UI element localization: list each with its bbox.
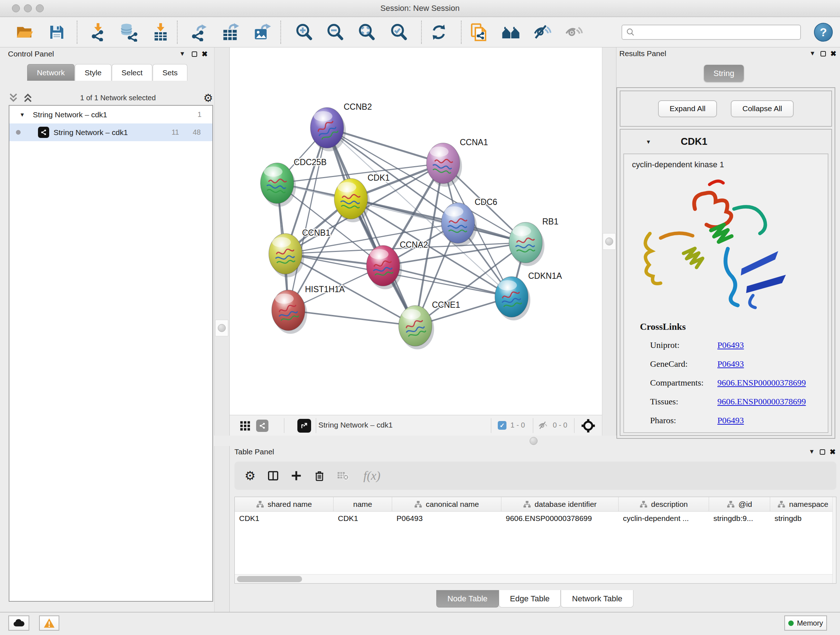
function-builder-icon[interactable]: f(x)	[363, 469, 380, 483]
node-CCNE1[interactable]: CCNE1	[399, 300, 460, 349]
birds-eye-crosshair-icon[interactable]	[581, 418, 596, 435]
export-network-button[interactable]	[188, 22, 208, 42]
zoom-in-button[interactable]	[294, 22, 314, 42]
column-header-description[interactable]: description	[619, 497, 709, 511]
vertical-scrollbar[interactable]	[832, 497, 836, 583]
maximize-panel-icon[interactable]	[820, 449, 825, 455]
network-graph[interactable]: CCNB2CCNA1CDC25BCDK1CDC6RB1CCNB1CCNA2CDK…	[230, 48, 602, 415]
cell-namespace[interactable]: stringdb	[770, 511, 836, 526]
close-panel-icon[interactable]: ✖	[829, 448, 836, 456]
node-CDK1[interactable]: CDK1	[334, 173, 390, 222]
network-options-gear-icon[interactable]: ⚙	[203, 92, 213, 104]
cell-shared-name[interactable]: CDK1	[235, 511, 333, 526]
edge-HIST1H1A-CCNE1[interactable]	[288, 310, 415, 326]
column-header-canonical-name[interactable]: canonical name	[392, 497, 501, 511]
crosslink-link[interactable]: 9606.ENSP00000378699	[717, 397, 806, 407]
crosslink-link[interactable]: 9606.ENSP00000378699	[717, 378, 806, 388]
table-row[interactable]: CDK1CDK1P064939606.ENSP00000378699cyclin…	[235, 511, 836, 526]
network-collection-row[interactable]: ▼ String Network – cdk1 1	[9, 106, 212, 124]
column-header-namespace[interactable]: namespace	[770, 497, 836, 511]
network-row-selected[interactable]: String Network – cdk1 11 48	[9, 124, 212, 141]
import-network-from-database-button[interactable]	[118, 22, 139, 42]
edge-CCNB2-CCNE1[interactable]	[327, 128, 415, 326]
hidden-eye-icon[interactable]	[538, 420, 549, 432]
detach-view-icon[interactable]	[297, 419, 311, 432]
crosslink-link[interactable]: P06493	[717, 359, 744, 369]
protein-card-header[interactable]: ▼ CDK1	[621, 130, 831, 154]
tab-edge-table[interactable]: Edge Table	[499, 590, 561, 608]
toolbar-search[interactable]	[622, 25, 801, 40]
column-header-shared-name[interactable]: shared name	[235, 497, 333, 511]
zoom-fit-button[interactable]	[356, 22, 377, 42]
expand-all-icon[interactable]	[23, 93, 33, 103]
float-panel-icon[interactable]: ▼	[808, 448, 815, 455]
crosslink-link[interactable]: P06493	[717, 416, 744, 425]
crosslink-link[interactable]: P06493	[717, 340, 744, 350]
collapse-all-button[interactable]: Collapse All	[731, 100, 794, 117]
open-session-button[interactable]	[14, 22, 35, 42]
cell-description[interactable]: cyclin-dependent ...	[619, 511, 709, 526]
collapse-all-icon[interactable]	[9, 93, 18, 103]
show-columns-icon[interactable]	[268, 470, 279, 481]
node-CDC25B[interactable]: CDC25B	[261, 157, 327, 207]
import-table-button[interactable]	[150, 22, 171, 42]
tab-select[interactable]: Select	[112, 64, 152, 81]
delete-table-icon[interactable]	[337, 470, 349, 481]
network-canvas[interactable]: CCNB2CCNA1CDC25BCDK1CDC6RB1CCNB1CCNA2CDK…	[230, 48, 602, 435]
help-button[interactable]: ?	[814, 23, 833, 42]
tab-network-table[interactable]: Network Table	[561, 590, 633, 608]
import-network-button[interactable]	[88, 22, 108, 42]
maximize-panel-icon[interactable]	[192, 51, 197, 57]
tab-network[interactable]: Network	[27, 64, 74, 81]
delete-column-icon[interactable]	[314, 470, 325, 481]
apply-layout-button[interactable]	[429, 22, 449, 42]
maximize-panel-icon[interactable]	[821, 51, 826, 57]
hide-selected-button[interactable]	[532, 22, 553, 42]
show-all-button[interactable]	[564, 22, 584, 42]
selected-checkbox-icon[interactable]: ✓	[498, 421, 507, 430]
table-options-gear-icon[interactable]: ⚙	[245, 469, 256, 483]
horizontal-scrollbar[interactable]	[235, 574, 836, 583]
cell-canonical-name[interactable]: P06493	[392, 511, 501, 526]
warnings-button[interactable]	[39, 616, 59, 631]
collection-expand-icon[interactable]: ▼	[19, 111, 25, 118]
export-table-button[interactable]	[220, 22, 240, 42]
memory-button[interactable]: Memory	[784, 616, 827, 631]
cell-name[interactable]: CDK1	[333, 511, 392, 526]
column-header-database-identifier[interactable]: database identifier	[501, 497, 619, 511]
node-CCNB2[interactable]: CCNB2	[310, 102, 372, 151]
float-panel-icon[interactable]: ▼	[809, 50, 815, 57]
zoom-selected-button[interactable]	[388, 22, 409, 42]
expand-all-button[interactable]: Expand All	[658, 100, 717, 117]
column-header-name[interactable]: name	[333, 497, 392, 511]
search-input[interactable]	[638, 28, 790, 36]
float-panel-icon[interactable]: ▼	[179, 50, 185, 57]
close-panel-icon[interactable]: ✖	[830, 49, 836, 58]
tab-node-table[interactable]: Node Table	[436, 590, 499, 608]
node-RB1[interactable]: RB1	[509, 217, 559, 266]
left-splitter-handle[interactable]	[215, 320, 228, 336]
add-column-icon[interactable]	[291, 470, 302, 481]
scrollbar-thumb[interactable]	[237, 576, 302, 582]
right-splitter-handle[interactable]	[603, 233, 616, 250]
collapse-card-icon[interactable]: ▼	[646, 139, 651, 145]
tab-string[interactable]: String	[704, 65, 744, 82]
edge-CCNB2-HIST1H1A[interactable]	[288, 128, 327, 310]
cloud-button[interactable]	[8, 616, 29, 631]
tab-sets[interactable]: Sets	[153, 64, 187, 81]
network-view-icon[interactable]	[256, 420, 268, 432]
node-CCNA1[interactable]: CCNA1	[426, 138, 488, 187]
zoom-out-button[interactable]	[325, 22, 345, 42]
edge-CDK1-RB1[interactable]	[351, 199, 526, 242]
home-button[interactable]	[501, 22, 521, 42]
cell--id[interactable]: stringdb:9...	[709, 511, 770, 526]
clone-network-button[interactable]	[469, 22, 489, 42]
export-image-button[interactable]	[252, 22, 272, 42]
node-HIST1H1A[interactable]: HIST1H1A	[272, 285, 345, 334]
cell-database-identifier[interactable]: 9606.ENSP00000378699	[501, 511, 619, 526]
save-session-button[interactable]	[47, 22, 67, 42]
node-CCNA2[interactable]: CCNA2	[366, 240, 428, 289]
grid-view-icon[interactable]	[240, 420, 251, 432]
column-header--id[interactable]: @id	[709, 497, 770, 511]
close-panel-icon[interactable]: ✖	[202, 50, 208, 58]
